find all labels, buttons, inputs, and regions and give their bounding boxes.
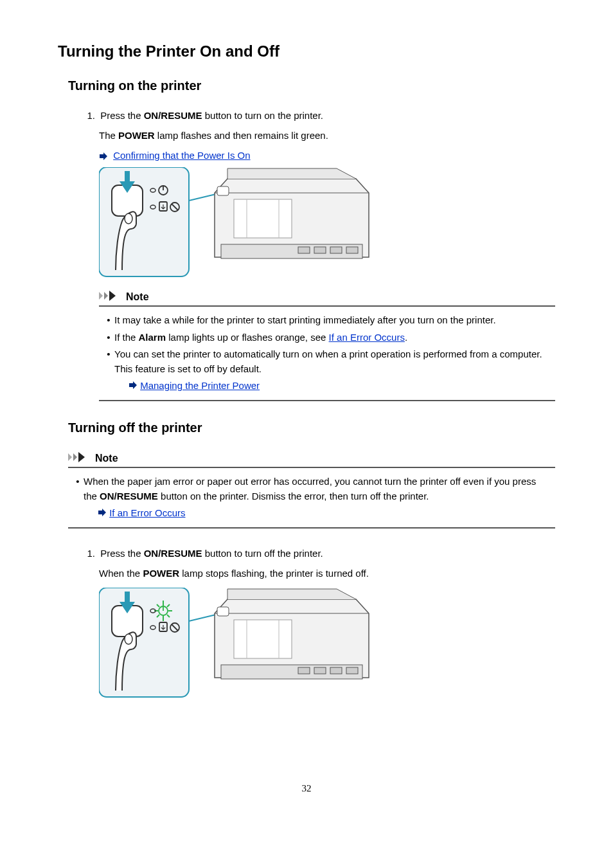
arrow-right-icon [129, 381, 138, 389]
section-heading-on: Turning on the printer [58, 78, 555, 93]
svg-rect-0 [99, 167, 189, 276]
section-heading-off: Turning off the printer [58, 420, 555, 435]
svg-rect-20 [99, 588, 189, 697]
svg-rect-42 [330, 667, 342, 674]
note-item: • When the paper jam error or paper out … [72, 475, 551, 503]
svg-point-9 [125, 213, 132, 224]
svg-rect-13 [314, 247, 326, 253]
step-1-off: 1. Press the ON/RESUME button to turn of… [80, 548, 555, 559]
svg-rect-17 [234, 199, 292, 238]
step-number: 1. [80, 548, 95, 559]
step-bold: ON/RESUME [144, 110, 202, 121]
page-title: Turning the Printer On and Off [58, 42, 555, 60]
note-label: Note [126, 291, 149, 303]
step-sub-text: When the POWER lamp stops flashing, the … [99, 568, 555, 579]
svg-rect-15 [346, 247, 358, 253]
page-number: 32 [58, 783, 555, 794]
link-managing-printer-power[interactable]: Managing the Printer Power [140, 380, 260, 391]
step-1-on: 1. Press the ON/RESUME button to turn on… [80, 110, 555, 121]
step-text: Press the [100, 110, 144, 121]
step-text-after: button to turn off the printer. [202, 548, 323, 559]
chevrons-icon [99, 291, 122, 303]
link-if-error-occurs[interactable]: If an Error Occurs [109, 507, 185, 518]
step-text: Press the [100, 548, 144, 559]
step-sub-text: The POWER lamp flashes and then remains … [99, 130, 555, 141]
step-text-after: button to turn on the printer. [202, 110, 323, 121]
svg-rect-43 [346, 667, 358, 674]
note-box: Note • When the paper jam error or paper… [58, 452, 555, 529]
note-item: • If the Alarm lamp lights up or flashes… [103, 330, 551, 345]
svg-rect-14 [330, 247, 342, 253]
svg-rect-45 [234, 620, 292, 658]
link-confirm-power[interactable]: Confirming that the Power Is On [113, 150, 250, 161]
link-row: Managing the Printer Power [103, 380, 551, 391]
arrow-right-icon [99, 152, 108, 160]
svg-rect-40 [298, 667, 310, 674]
note-label: Note [95, 453, 118, 464]
link-row: If an Error Occurs [72, 507, 551, 518]
svg-rect-12 [298, 247, 310, 253]
svg-rect-44 [217, 607, 229, 616]
svg-point-37 [125, 634, 132, 644]
arrow-right-icon [98, 509, 107, 516]
step-bold: ON/RESUME [144, 548, 202, 559]
chevrons-icon [68, 452, 91, 464]
figure-printer-on [80, 167, 555, 279]
link-if-error-occurs[interactable]: If an Error Occurs [329, 332, 405, 343]
note-item: • You can set the printer to automatical… [103, 347, 551, 376]
svg-rect-41 [314, 667, 326, 674]
note-box: Note • It may take a while for the print… [80, 291, 555, 401]
note-item: • It may take a while for the printer to… [103, 313, 551, 328]
step-number: 1. [80, 110, 95, 121]
svg-rect-16 [217, 186, 229, 195]
link-row: Confirming that the Power Is On [99, 150, 555, 161]
figure-printer-off [80, 588, 555, 700]
